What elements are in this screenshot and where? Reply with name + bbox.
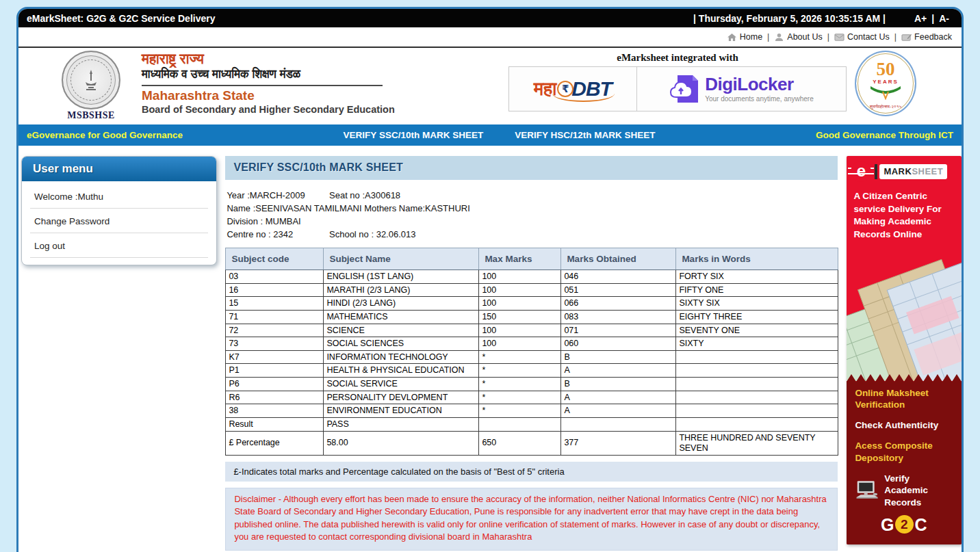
header-row: Subject code Subject Name Max Marks Mark… xyxy=(226,248,838,270)
table-cell: EIGHTY THREE xyxy=(676,310,838,324)
verify-links: VERIFY SSC/10th MARK SHEET VERIFY HSC/12… xyxy=(183,130,816,140)
table-cell: PASS xyxy=(324,417,479,431)
detail-line-centre-school: Centre no : 2342 School no : 32.06.013 xyxy=(227,228,838,241)
integration-logos-box: महा₹DBT DigiLocker Your documents anytim… xyxy=(508,66,847,111)
integration-caption: eMarksheet integrated with xyxy=(508,52,847,64)
table-row: £ Percentage58.00650377THREE HUNDRED AND… xyxy=(226,431,838,455)
table-cell: INFORMATION TECHNOLOGY xyxy=(324,350,479,364)
table-cell: 060 xyxy=(561,337,676,351)
nav-link-label: Contact Us xyxy=(847,32,890,42)
person-icon xyxy=(774,33,784,42)
table-cell: 377 xyxy=(561,431,676,455)
nav-link-feedback[interactable]: Feedback xyxy=(901,32,952,42)
sidebar: User menu Welcome :Muthu Change Password… xyxy=(21,156,217,265)
table-cell: K7 xyxy=(226,350,324,364)
verify-records-row: Verify Academic Records xyxy=(855,473,953,509)
user-menu-list: Welcome :Muthu Change Password Log out xyxy=(30,184,208,258)
wordmark-mark: MARK xyxy=(884,166,912,176)
detail-school: School no : 32.06.013 xyxy=(329,229,416,239)
board-brand: MSBSHSE महाराष्ट्र राज्य माध्यमिक व उच्च… xyxy=(57,49,395,121)
nav-link-label: Feedback xyxy=(914,32,952,42)
table-row: 16MARATHI (2/3 LANG)100051FIFTY ONE xyxy=(226,283,838,297)
sidebar-item-welcome: Welcome :Muthu xyxy=(30,184,208,209)
table-cell: 58.00 xyxy=(324,431,479,455)
marks-table-head: Subject code Subject Name Max Marks Mark… xyxy=(226,248,838,270)
table-cell: SOCIAL SCIENCES xyxy=(324,337,479,351)
table-cell: SOCIAL SERVICE xyxy=(324,378,479,391)
detail-line-division: Division : MUMBAI xyxy=(227,215,838,228)
digilocker-logo: DigiLocker Your documents anytime, anywh… xyxy=(637,67,846,111)
banner-tagline: A Citizen Centric service Delivery For M… xyxy=(847,185,962,250)
table-cell: P1 xyxy=(226,364,324,378)
marks-table: Subject code Subject Name Max Marks Mark… xyxy=(225,248,838,456)
verify-records-label: Verify Academic Records xyxy=(884,473,953,509)
mahadbt-logo: महा₹DBT xyxy=(509,67,637,111)
table-row: 73SOCIAL SCIENCES100060SIXTY xyxy=(226,337,838,351)
table-cell: 16 xyxy=(226,283,324,297)
sidebar-item-change-password[interactable]: Change Password xyxy=(30,209,208,233)
table-row: 71MATHEMATICS150083EIGHTY THREE xyxy=(226,310,838,324)
table-cell: FORTY SIX xyxy=(676,270,838,284)
banner-link-authenticity[interactable]: Check Authenticity xyxy=(855,419,953,431)
table-cell xyxy=(676,417,838,431)
digilocker-text: DigiLocker Your documents anytime, anywh… xyxy=(705,75,814,103)
envelope-icon xyxy=(834,33,844,42)
table-cell: SIXTY xyxy=(676,337,838,351)
board-seal-emblem-icon xyxy=(62,51,120,109)
table-cell: 100 xyxy=(479,337,561,351)
banner-link-verification[interactable]: Online Maksheet Verification xyxy=(855,387,953,411)
content-area: User menu Welcome :Muthu Change Password… xyxy=(18,146,962,552)
emarksheet-logo: e MARKSHEET xyxy=(847,156,962,185)
slogan-left: eGovernance for Good Governance xyxy=(27,130,183,140)
integration-block: eMarksheet integrated with महा₹DBT DigiL… xyxy=(508,52,847,111)
font-decrease-button[interactable]: A- xyxy=(939,13,949,24)
emblem-years-text: YEARS xyxy=(856,79,915,85)
table-cell: 083 xyxy=(561,310,676,324)
digilocker-cloud-icon xyxy=(669,73,699,105)
banner-links-section: Online Maksheet Verification Check Authe… xyxy=(847,382,962,545)
verify-hsc-link[interactable]: VERIFY HSC/12th MARK SHEET xyxy=(515,130,655,140)
board-seal: MSBSHSE xyxy=(57,49,125,121)
table-cell: B xyxy=(561,350,676,364)
table-row: 38ENVIRONMENT EDUCATION*A xyxy=(226,404,838,418)
nav-link-home[interactable]: Home xyxy=(727,32,762,42)
table-cell: PERSONALITY DEVLOPMENT xyxy=(324,391,479,404)
page-title: VERIFY SSC/10th MARK SHEET xyxy=(225,156,838,180)
emblem-50-text: 50 xyxy=(856,60,915,79)
table-cell: B xyxy=(561,378,676,391)
table-cell: MARATHI (2/3 LANG) xyxy=(324,283,479,297)
table-cell: 03 xyxy=(226,270,324,284)
table-cell: 38 xyxy=(226,404,324,418)
table-cell: FIFTY ONE xyxy=(676,283,838,297)
table-cell: * xyxy=(479,350,561,364)
banner-link-depository[interactable]: Acess Composite Depository xyxy=(855,440,953,464)
font-size-divider: | xyxy=(931,13,934,24)
digilocker-name: DigiLocker xyxy=(705,75,814,93)
site-header: MSBSHSE महाराष्ट्र राज्य माध्यमिक व उच्च… xyxy=(18,48,962,124)
seal-abbreviation: MSBSHSE xyxy=(57,110,125,121)
sidebar-item-logout[interactable]: Log out xyxy=(30,233,208,258)
nav-link-about-us[interactable]: About Us xyxy=(774,32,822,42)
lamp-icon xyxy=(82,68,100,92)
mahadbt-maha-text: महा xyxy=(534,79,556,100)
font-increase-button[interactable]: A+ xyxy=(914,13,927,24)
g2c-g: G xyxy=(881,515,894,534)
table-cell: 066 xyxy=(561,297,676,311)
marksheet-documents-image xyxy=(847,250,962,381)
nav-link-contact-us[interactable]: Contact Us xyxy=(834,32,890,42)
home-icon xyxy=(727,33,737,42)
table-cell: 650 xyxy=(479,431,561,455)
table-cell: 100 xyxy=(479,270,561,284)
table-row: R6PERSONALITY DEVLOPMENT*A xyxy=(226,391,838,404)
table-cell: 73 xyxy=(226,337,324,351)
table-cell xyxy=(676,378,838,391)
table-cell: ENGLISH (1ST LANG) xyxy=(324,270,479,284)
table-cell xyxy=(479,417,561,431)
verify-ssc-link[interactable]: VERIFY SSC/10th MARK SHEET xyxy=(344,130,484,140)
brand-divider xyxy=(142,85,383,86)
emblem-leaves-icon xyxy=(868,85,903,100)
nav-link-label: Home xyxy=(740,32,762,42)
digilocker-tagline: Your documents anytime, anywhere xyxy=(705,95,814,103)
datetime-display: | Thursday, February 5, 2026 10:35:15 AM… xyxy=(693,13,886,24)
board-name-block: महाराष्ट्र राज्य माध्यमिक व उच्च माध्यमि… xyxy=(142,49,395,121)
